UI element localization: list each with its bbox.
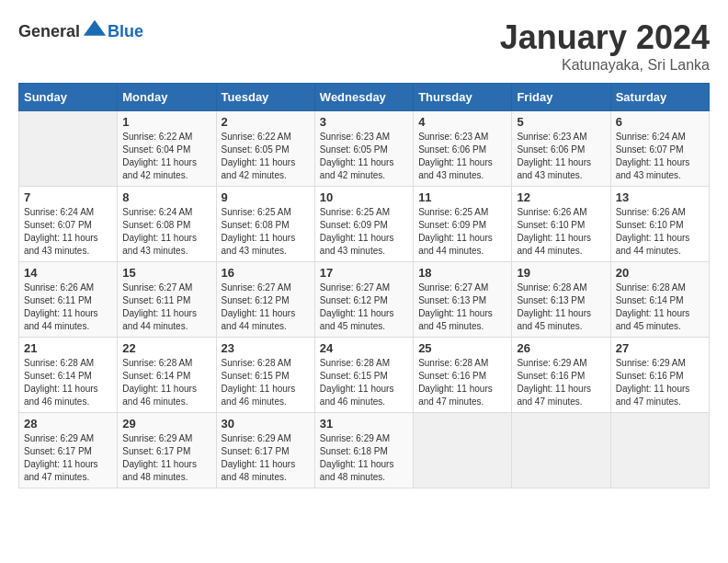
column-header-thursday: Thursday <box>414 84 512 111</box>
column-header-sunday: Sunday <box>19 84 118 111</box>
day-number: 31 <box>320 417 408 431</box>
column-header-monday: Monday <box>118 84 216 111</box>
day-info: Sunrise: 6:29 AMSunset: 6:17 PMDaylight:… <box>222 432 310 484</box>
day-number: 9 <box>222 190 310 204</box>
day-number: 3 <box>320 115 408 129</box>
calendar-cell: 27Sunrise: 6:29 AMSunset: 6:16 PMDayligh… <box>610 338 709 413</box>
day-number: 22 <box>122 341 210 355</box>
logo-text-blue: Blue <box>108 22 143 41</box>
calendar-cell: 9Sunrise: 6:25 AMSunset: 6:08 PMDaylight… <box>216 187 314 262</box>
day-number: 7 <box>24 190 112 204</box>
day-number: 30 <box>222 417 310 431</box>
day-info: Sunrise: 6:26 AMSunset: 6:11 PMDaylight:… <box>24 282 112 333</box>
day-number: 13 <box>616 190 704 204</box>
day-number: 21 <box>24 341 112 355</box>
day-info: Sunrise: 6:24 AMSunset: 6:08 PMDaylight:… <box>122 206 210 258</box>
day-number: 23 <box>222 341 310 355</box>
column-header-friday: Friday <box>512 84 610 111</box>
day-number: 20 <box>616 266 704 280</box>
day-info: Sunrise: 6:22 AMSunset: 6:04 PMDaylight:… <box>122 131 210 182</box>
calendar-cell: 5Sunrise: 6:23 AMSunset: 6:06 PMDaylight… <box>512 111 610 187</box>
day-info: Sunrise: 6:28 AMSunset: 6:14 PMDaylight:… <box>122 357 210 408</box>
day-info: Sunrise: 6:22 AMSunset: 6:05 PMDaylight:… <box>222 131 310 182</box>
calendar-cell <box>610 413 709 488</box>
title-area: January 2024 Katunayaka, Sri Lanka <box>500 18 710 74</box>
day-number: 29 <box>122 417 210 431</box>
calendar-cell: 24Sunrise: 6:28 AMSunset: 6:15 PMDayligh… <box>314 338 413 413</box>
svg-marker-0 <box>84 20 106 36</box>
calendar-cell: 3Sunrise: 6:23 AMSunset: 6:05 PMDaylight… <box>314 111 413 187</box>
day-info: Sunrise: 6:28 AMSunset: 6:14 PMDaylight:… <box>616 282 704 333</box>
calendar-cell: 18Sunrise: 6:27 AMSunset: 6:13 PMDayligh… <box>414 262 512 338</box>
day-number: 14 <box>24 266 112 280</box>
column-header-tuesday: Tuesday <box>216 84 314 111</box>
day-number: 15 <box>122 266 210 280</box>
day-number: 1 <box>122 115 210 129</box>
day-info: Sunrise: 6:29 AMSunset: 6:16 PMDaylight:… <box>517 357 605 408</box>
calendar-cell: 11Sunrise: 6:25 AMSunset: 6:09 PMDayligh… <box>414 187 512 262</box>
day-number: 24 <box>320 341 408 355</box>
day-number: 26 <box>517 341 605 355</box>
day-info: Sunrise: 6:27 AMSunset: 6:12 PMDaylight:… <box>320 282 408 333</box>
day-number: 4 <box>418 115 506 129</box>
header: General Blue January 2024 Katunayaka, Sr… <box>18 18 710 74</box>
calendar-cell: 22Sunrise: 6:28 AMSunset: 6:14 PMDayligh… <box>118 338 216 413</box>
calendar-subtitle: Katunayaka, Sri Lanka <box>500 57 710 74</box>
day-number: 2 <box>222 115 310 129</box>
day-info: Sunrise: 6:24 AMSunset: 6:07 PMDaylight:… <box>24 206 112 258</box>
day-info: Sunrise: 6:28 AMSunset: 6:16 PMDaylight:… <box>418 357 506 408</box>
calendar-cell <box>512 413 610 488</box>
calendar-cell: 29Sunrise: 6:29 AMSunset: 6:17 PMDayligh… <box>118 413 216 488</box>
day-info: Sunrise: 6:27 AMSunset: 6:12 PMDaylight:… <box>222 282 310 333</box>
calendar-cell: 6Sunrise: 6:24 AMSunset: 6:07 PMDaylight… <box>610 111 709 187</box>
day-number: 10 <box>320 190 408 204</box>
day-number: 8 <box>122 190 210 204</box>
calendar-table: SundayMondayTuesdayWednesdayThursdayFrid… <box>18 83 710 488</box>
calendar-cell <box>19 111 118 187</box>
day-info: Sunrise: 6:28 AMSunset: 6:15 PMDaylight:… <box>320 357 408 408</box>
day-number: 16 <box>222 266 310 280</box>
calendar-cell: 2Sunrise: 6:22 AMSunset: 6:05 PMDaylight… <box>216 111 314 187</box>
calendar-cell: 4Sunrise: 6:23 AMSunset: 6:06 PMDaylight… <box>414 111 512 187</box>
day-info: Sunrise: 6:27 AMSunset: 6:11 PMDaylight:… <box>122 282 210 333</box>
calendar-cell: 23Sunrise: 6:28 AMSunset: 6:15 PMDayligh… <box>216 338 314 413</box>
day-number: 18 <box>418 266 506 280</box>
logo: General Blue <box>18 18 143 44</box>
column-header-wednesday: Wednesday <box>314 84 413 111</box>
calendar-cell: 19Sunrise: 6:28 AMSunset: 6:13 PMDayligh… <box>512 262 610 338</box>
day-number: 11 <box>418 190 506 204</box>
day-info: Sunrise: 6:28 AMSunset: 6:15 PMDaylight:… <box>222 357 310 408</box>
calendar-header-row: SundayMondayTuesdayWednesdayThursdayFrid… <box>19 84 710 111</box>
calendar-cell: 15Sunrise: 6:27 AMSunset: 6:11 PMDayligh… <box>118 262 216 338</box>
day-number: 19 <box>517 266 605 280</box>
calendar-week-row: 1Sunrise: 6:22 AMSunset: 6:04 PMDaylight… <box>19 111 710 187</box>
day-info: Sunrise: 6:26 AMSunset: 6:10 PMDaylight:… <box>616 206 704 258</box>
calendar-title: January 2024 <box>500 18 710 57</box>
day-info: Sunrise: 6:29 AMSunset: 6:17 PMDaylight:… <box>24 432 112 484</box>
calendar-cell: 16Sunrise: 6:27 AMSunset: 6:12 PMDayligh… <box>216 262 314 338</box>
logo-text-general: General <box>18 22 80 41</box>
calendar-week-row: 14Sunrise: 6:26 AMSunset: 6:11 PMDayligh… <box>19 262 710 338</box>
calendar-cell: 1Sunrise: 6:22 AMSunset: 6:04 PMDaylight… <box>118 111 216 187</box>
day-info: Sunrise: 6:23 AMSunset: 6:05 PMDaylight:… <box>320 131 408 182</box>
day-info: Sunrise: 6:28 AMSunset: 6:13 PMDaylight:… <box>517 282 605 333</box>
calendar-cell: 7Sunrise: 6:24 AMSunset: 6:07 PMDaylight… <box>19 187 118 262</box>
calendar-week-row: 7Sunrise: 6:24 AMSunset: 6:07 PMDaylight… <box>19 187 710 262</box>
calendar-cell: 17Sunrise: 6:27 AMSunset: 6:12 PMDayligh… <box>314 262 413 338</box>
day-info: Sunrise: 6:28 AMSunset: 6:14 PMDaylight:… <box>24 357 112 408</box>
day-info: Sunrise: 6:25 AMSunset: 6:08 PMDaylight:… <box>222 206 310 258</box>
calendar-cell: 26Sunrise: 6:29 AMSunset: 6:16 PMDayligh… <box>512 338 610 413</box>
calendar-cell: 12Sunrise: 6:26 AMSunset: 6:10 PMDayligh… <box>512 187 610 262</box>
day-number: 12 <box>517 190 605 204</box>
column-header-saturday: Saturday <box>610 84 709 111</box>
day-info: Sunrise: 6:23 AMSunset: 6:06 PMDaylight:… <box>418 131 506 182</box>
calendar-cell: 30Sunrise: 6:29 AMSunset: 6:17 PMDayligh… <box>216 413 314 488</box>
calendar-cell: 10Sunrise: 6:25 AMSunset: 6:09 PMDayligh… <box>314 187 413 262</box>
calendar-cell: 25Sunrise: 6:28 AMSunset: 6:16 PMDayligh… <box>414 338 512 413</box>
calendar-cell: 20Sunrise: 6:28 AMSunset: 6:14 PMDayligh… <box>610 262 709 338</box>
day-info: Sunrise: 6:25 AMSunset: 6:09 PMDaylight:… <box>320 206 408 258</box>
day-info: Sunrise: 6:29 AMSunset: 6:17 PMDaylight:… <box>122 432 210 484</box>
calendar-cell <box>414 413 512 488</box>
day-number: 6 <box>616 115 704 129</box>
calendar-cell: 14Sunrise: 6:26 AMSunset: 6:11 PMDayligh… <box>19 262 118 338</box>
